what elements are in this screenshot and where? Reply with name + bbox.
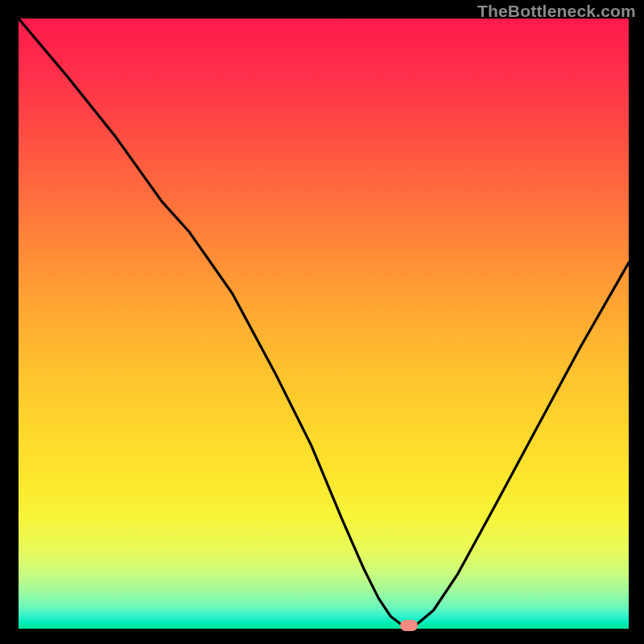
plot-background	[19, 19, 629, 629]
watermark-text: TheBottleneck.com	[477, 2, 636, 21]
chart-frame: TheBottleneck.com	[0, 0, 644, 644]
optimum-marker	[400, 620, 418, 631]
